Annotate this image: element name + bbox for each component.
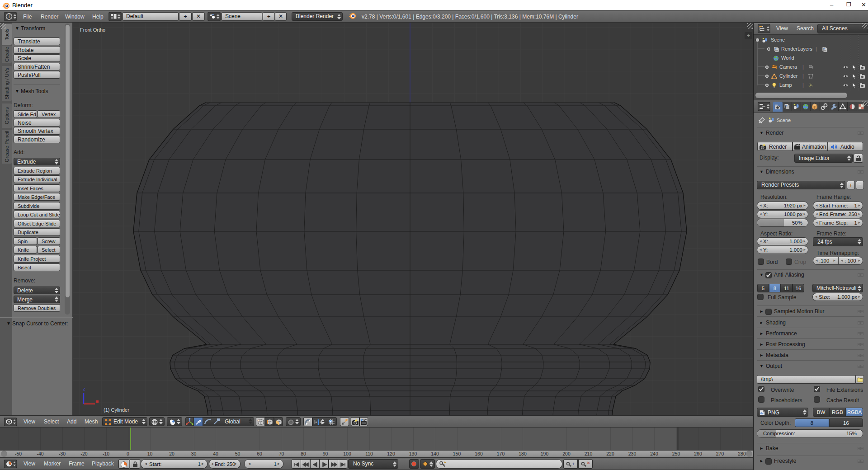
svg-text:i: i [9, 14, 9, 19]
svg-text:z: z [83, 386, 85, 391]
